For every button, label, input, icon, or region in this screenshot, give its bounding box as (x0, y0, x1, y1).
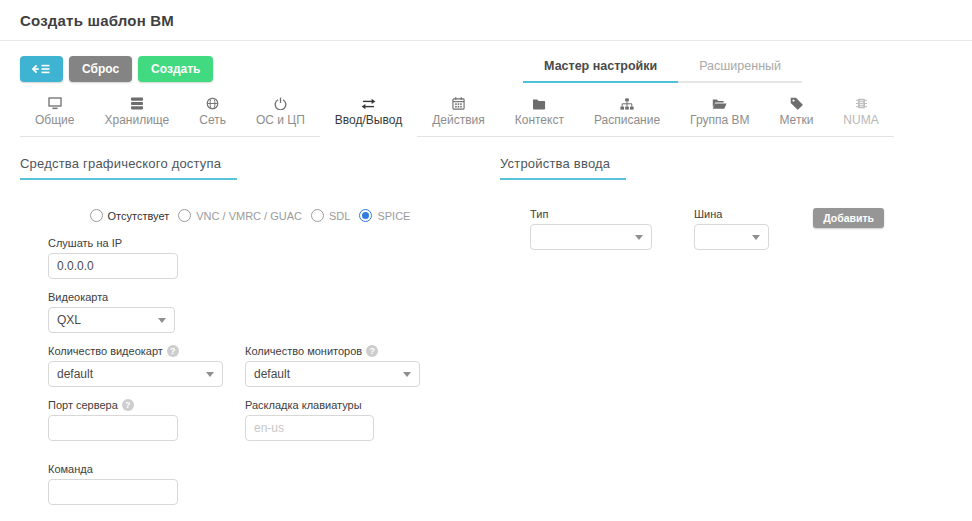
device-bus-group: Шина (694, 208, 769, 250)
radio-circle (178, 209, 191, 222)
video-card-group: Видеокарта QXL (48, 291, 480, 333)
video-card-label: Видеокарта (48, 291, 480, 303)
section-tabbar: Общие Хранилище Сеть ОС и ЦП Ввод/Вывод (20, 96, 952, 137)
power-icon (274, 96, 287, 110)
tab-tags[interactable]: Метки (764, 96, 828, 137)
tab-label: Группа ВМ (690, 113, 749, 127)
chevron-down-icon (158, 318, 166, 323)
device-bus-select[interactable] (694, 224, 769, 250)
monitor-count-label: Количество мониторов (245, 345, 420, 357)
graphics-type-radio-group: Отсутствует VNC / VMRC / GUAC SDL SPICE (20, 209, 480, 222)
listen-ip-label: Слушать на IP (48, 237, 480, 249)
radio-vnc-vmrc-guac[interactable]: VNC / VMRC / GUAC (178, 209, 302, 222)
tab-label: NUMA (843, 113, 878, 127)
radio-sdl[interactable]: SDL (311, 209, 350, 222)
tab-content: Средства графического доступа Отсутствуе… (0, 137, 972, 517)
device-type-group: Тип (530, 208, 652, 250)
folder-open-icon (712, 96, 727, 110)
monitor-count-label-text: Количество мониторов (245, 345, 362, 357)
tag-icon (790, 96, 803, 110)
device-type-select[interactable] (530, 224, 652, 250)
tab-context[interactable]: Контекст (500, 96, 579, 137)
server-port-group: Порт сервера (48, 399, 245, 441)
video-count-label: Количество видеокарт (48, 345, 245, 357)
tab-general[interactable]: Общие (20, 96, 89, 137)
tab-advanced[interactable]: Расширенный (678, 56, 802, 83)
monitor-count-value: default (254, 367, 290, 381)
back-to-list-button[interactable] (20, 56, 63, 82)
toolbar: Сброс Создать Мастер настройки Расширенн… (0, 41, 972, 83)
radio-circle-selected (359, 209, 372, 222)
add-device-button[interactable]: Добавить (813, 208, 884, 228)
radio-label: VNC / VMRC / GUAC (196, 210, 302, 222)
exchange-arrows-icon (361, 96, 376, 110)
toolbar-buttons: Сброс Создать (20, 56, 213, 82)
graphics-fields: Слушать на IP Видеокарта QXL Количество … (48, 237, 480, 505)
radio-circle (90, 209, 103, 222)
tab-input-output[interactable]: Ввод/Вывод (320, 96, 417, 137)
video-card-value: QXL (57, 313, 81, 327)
radio-label: SDL (329, 210, 350, 222)
help-icon[interactable] (122, 399, 134, 411)
graphics-section: Средства графического доступа Отсутствуе… (20, 154, 480, 517)
command-label: Команда (48, 463, 480, 475)
tab-label: Контекст (515, 113, 564, 127)
tab-wizard[interactable]: Мастер настройки (523, 56, 678, 83)
tab-network[interactable]: Сеть (184, 96, 241, 137)
video-count-label-text: Количество видеокарт (48, 345, 163, 357)
listen-ip-input[interactable] (48, 253, 178, 279)
radio-spice[interactable]: SPICE (359, 209, 410, 222)
page-title: Создать шаблон ВМ (20, 12, 952, 29)
tab-numa[interactable]: NUMA (828, 96, 893, 137)
tab-label: Расписание (594, 113, 660, 127)
radio-label: SPICE (377, 210, 410, 222)
video-card-select[interactable]: QXL (48, 307, 175, 333)
tab-schedule[interactable]: Расписание (579, 96, 675, 137)
tab-label: Ввод/Вывод (335, 113, 402, 127)
tab-label: Общие (35, 113, 74, 127)
create-button[interactable]: Создать (138, 56, 213, 82)
input-devices-section: Устройства ввода Тип Шина Добави (480, 154, 952, 517)
help-icon[interactable] (366, 345, 378, 357)
input-devices-row: Тип Шина Добавить (500, 208, 952, 262)
chevron-down-icon (635, 235, 643, 240)
tab-os-cpu[interactable]: ОС и ЦП (241, 96, 320, 137)
chevron-down-icon (206, 372, 214, 377)
tab-label: Сеть (199, 113, 226, 127)
page-header: Создать шаблон ВМ (0, 0, 972, 41)
command-group: Команда (48, 463, 480, 505)
folder-icon (532, 96, 546, 110)
tab-label: Хранилище (104, 113, 169, 127)
create-vm-template-page: Создать шаблон ВМ Сброс С (0, 0, 972, 517)
server-port-label-text: Порт сервера (48, 399, 118, 411)
keymap-input[interactable] (245, 415, 374, 441)
microchip-icon (855, 96, 868, 110)
video-count-value: default (57, 367, 93, 381)
monitor-count-select[interactable]: default (245, 361, 420, 387)
tab-actions[interactable]: Действия (417, 96, 500, 137)
arrow-left-list-icon (32, 62, 51, 76)
tab-vm-group[interactable]: Группа ВМ (675, 96, 764, 137)
tab-label: ОС и ЦП (256, 113, 305, 127)
chevron-down-icon (403, 372, 411, 377)
desktop-icon (48, 96, 62, 110)
mode-tabs: Мастер настройки Расширенный (523, 56, 802, 83)
chevron-down-icon (752, 235, 760, 240)
help-icon[interactable] (167, 345, 179, 357)
reset-button[interactable]: Сброс (69, 56, 132, 82)
calendar-icon (452, 96, 465, 110)
radio-label: Отсутствует (108, 210, 170, 222)
radio-circle (311, 209, 324, 222)
radio-none[interactable]: Отсутствует (90, 209, 170, 222)
server-port-input[interactable] (48, 415, 178, 441)
video-count-select[interactable]: default (48, 361, 223, 387)
tab-label: Метки (779, 113, 813, 127)
device-type-label: Тип (530, 208, 652, 220)
monitor-count-group: Количество мониторов default (245, 345, 420, 387)
network-globe-icon (206, 96, 219, 110)
input-devices-title: Устройства ввода (500, 156, 626, 180)
command-input[interactable] (48, 479, 178, 505)
device-bus-label: Шина (694, 208, 769, 220)
server-port-label: Порт сервера (48, 399, 245, 411)
tab-storage[interactable]: Хранилище (89, 96, 184, 137)
